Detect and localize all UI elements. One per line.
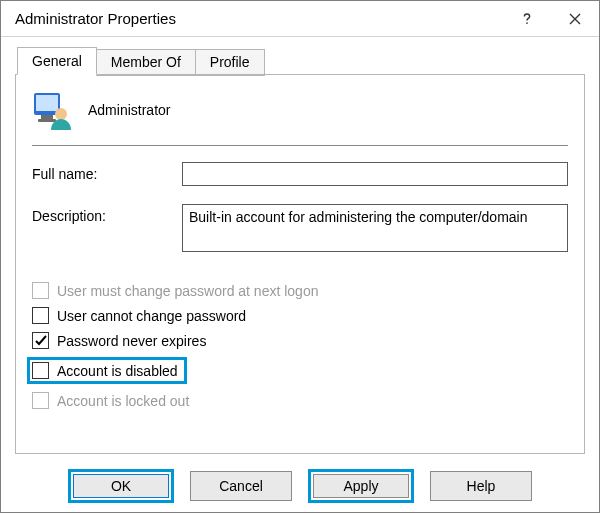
help-icon bbox=[520, 12, 534, 26]
highlight-apply: Apply bbox=[308, 469, 414, 503]
row-description: Description: Built-in account for admini… bbox=[32, 204, 568, 252]
titlebar: Administrator Properties bbox=[1, 1, 599, 37]
tab-general[interactable]: General bbox=[17, 47, 97, 75]
checkbox-list: User must change password at next logon … bbox=[32, 274, 568, 417]
check-label: Password never expires bbox=[57, 333, 206, 349]
close-button[interactable] bbox=[551, 1, 599, 37]
svg-point-5 bbox=[55, 108, 67, 120]
label-fullname: Full name: bbox=[32, 162, 182, 182]
svg-rect-4 bbox=[38, 119, 56, 122]
separator bbox=[32, 145, 568, 146]
checkbox-icon bbox=[32, 392, 49, 409]
input-description[interactable]: Built-in account for administering the c… bbox=[182, 204, 568, 252]
close-icon bbox=[569, 13, 581, 25]
row-fullname: Full name: bbox=[32, 162, 568, 186]
highlight-account-disabled: Account is disabled bbox=[27, 357, 187, 384]
checkbox-account-disabled[interactable] bbox=[32, 362, 49, 379]
check-label: Account is locked out bbox=[57, 393, 189, 409]
help-button-bottom[interactable]: Help bbox=[430, 471, 532, 501]
checkbox-icon bbox=[32, 282, 49, 299]
account-header: Administrator bbox=[32, 89, 568, 131]
check-label: Account is disabled bbox=[57, 363, 178, 379]
ok-button[interactable]: OK bbox=[73, 474, 169, 498]
checkbox-icon bbox=[32, 332, 49, 349]
window-title: Administrator Properties bbox=[15, 10, 503, 27]
client-area: General Member Of Profile Administrator bbox=[1, 37, 599, 460]
check-label: User cannot change password bbox=[57, 308, 246, 324]
input-fullname[interactable] bbox=[182, 162, 568, 186]
help-button[interactable] bbox=[503, 1, 551, 37]
check-label: User must change password at next logon bbox=[57, 283, 318, 299]
check-never-expires[interactable]: Password never expires bbox=[32, 332, 568, 349]
user-icon bbox=[32, 89, 74, 131]
svg-rect-2 bbox=[36, 95, 58, 111]
highlight-ok: OK bbox=[68, 469, 174, 503]
label-description: Description: bbox=[32, 204, 182, 224]
svg-rect-3 bbox=[41, 115, 53, 119]
check-cannot-change[interactable]: User cannot change password bbox=[32, 307, 568, 324]
tabpage-general: Administrator Full name: Description: Bu… bbox=[15, 74, 585, 454]
tab-strip: General Member Of Profile bbox=[15, 47, 585, 75]
checkbox-icon bbox=[32, 307, 49, 324]
button-row: OK Cancel Apply Help bbox=[1, 460, 599, 512]
tab-member-of[interactable]: Member Of bbox=[96, 49, 196, 76]
account-name: Administrator bbox=[88, 102, 170, 118]
tab-profile[interactable]: Profile bbox=[195, 49, 265, 76]
svg-point-0 bbox=[526, 22, 528, 24]
dialog-window: Administrator Properties General Member … bbox=[0, 0, 600, 513]
apply-button[interactable]: Apply bbox=[313, 474, 409, 498]
cancel-button[interactable]: Cancel bbox=[190, 471, 292, 501]
check-locked-out: Account is locked out bbox=[32, 392, 568, 409]
check-change-next-logon: User must change password at next logon bbox=[32, 282, 568, 299]
check-account-disabled-row: Account is disabled bbox=[32, 357, 568, 384]
